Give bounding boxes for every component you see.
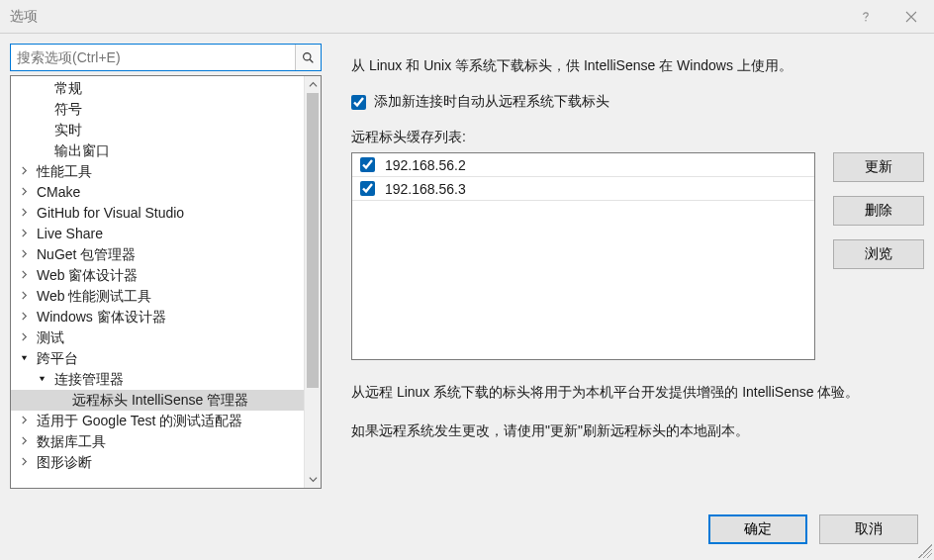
tree-item[interactable]: 常规 bbox=[11, 78, 304, 99]
window-title: 选项 bbox=[10, 8, 843, 26]
tree-item[interactable]: Live Share bbox=[11, 224, 304, 244]
right-column: 从 Linux 和 Unix 等系统下载标头，供 IntelliSense 在 … bbox=[322, 44, 924, 489]
scroll-thumb[interactable] bbox=[307, 93, 319, 388]
chevron-right-icon[interactable] bbox=[17, 452, 31, 473]
tree-item[interactable]: 数据库工具 bbox=[11, 431, 304, 452]
auto-download-label: 添加新连接时自动从远程系统下载标头 bbox=[374, 93, 609, 111]
tree-item-label: GitHub for Visual Studio bbox=[37, 203, 184, 224]
cache-item-checkbox[interactable] bbox=[360, 181, 375, 196]
search-go-button[interactable] bbox=[295, 45, 321, 70]
chevron-right-icon[interactable] bbox=[17, 307, 31, 327]
svg-point-1 bbox=[304, 52, 311, 59]
cancel-button[interactable]: 取消 bbox=[819, 514, 918, 544]
tree-item-label: 图形诊断 bbox=[37, 452, 92, 473]
tree-item-label: Web 窗体设计器 bbox=[37, 265, 138, 286]
tree-item[interactable]: 实时 bbox=[11, 120, 304, 140]
tree-item[interactable]: Web 性能测试工具 bbox=[11, 286, 304, 307]
delete-button[interactable]: 删除 bbox=[833, 196, 924, 226]
tree-item[interactable]: NuGet 包管理器 bbox=[11, 244, 304, 265]
tree-item-label: 适用于 Google Test 的测试适配器 bbox=[37, 411, 242, 431]
tree-item-label: 远程标头 IntelliSense 管理器 bbox=[72, 390, 248, 411]
browse-button[interactable]: 浏览 bbox=[833, 239, 924, 269]
panel-notes: 从远程 Linux 系统下载的标头将用于为本机平台开发提供增强的 Intelli… bbox=[351, 382, 924, 441]
tree-item-label: Windows 窗体设计器 bbox=[37, 307, 166, 327]
scroll-track[interactable] bbox=[305, 93, 321, 471]
cache-item-label: 192.168.56.3 bbox=[385, 181, 466, 197]
title-bar: 选项 bbox=[0, 0, 934, 34]
note-1: 从远程 Linux 系统下载的标头将用于为本机平台开发提供增强的 Intelli… bbox=[351, 382, 924, 403]
chevron-right-icon[interactable] bbox=[17, 411, 31, 431]
chevron-right-icon[interactable] bbox=[17, 182, 31, 203]
tree-item-label: 实时 bbox=[54, 120, 82, 140]
search-input[interactable] bbox=[11, 45, 295, 70]
tree-item-label: 连接管理器 bbox=[54, 369, 124, 390]
tree-item[interactable]: CMake bbox=[11, 182, 304, 203]
update-button[interactable]: 更新 bbox=[833, 152, 924, 182]
help-icon bbox=[860, 11, 872, 23]
chevron-right-icon[interactable] bbox=[17, 224, 31, 244]
scroll-up[interactable] bbox=[305, 76, 321, 93]
ok-button[interactable]: 确定 bbox=[708, 514, 807, 544]
tree-item-label: Live Share bbox=[37, 224, 103, 244]
search-box[interactable] bbox=[10, 44, 322, 71]
tree-item[interactable]: 符号 bbox=[11, 99, 304, 120]
close-icon bbox=[905, 11, 917, 23]
cache-list-item[interactable]: 192.168.56.2 bbox=[352, 153, 814, 177]
tree-item[interactable]: 适用于 Google Test 的测试适配器 bbox=[11, 411, 304, 431]
tree-item[interactable]: 远程标头 IntelliSense 管理器 bbox=[11, 390, 304, 411]
tree-item-label: 跨平台 bbox=[37, 348, 78, 369]
close-button[interactable] bbox=[888, 0, 934, 34]
chevron-right-icon[interactable] bbox=[17, 203, 31, 224]
tree-item-label: Web 性能测试工具 bbox=[37, 286, 151, 307]
chevron-right-icon[interactable] bbox=[17, 265, 31, 286]
chevron-right-icon[interactable] bbox=[17, 286, 31, 307]
chevron-right-icon[interactable] bbox=[17, 161, 31, 182]
tree-item[interactable]: 输出窗口 bbox=[11, 140, 304, 161]
tree-item-label: 符号 bbox=[54, 99, 82, 120]
tree-item-label: 性能工具 bbox=[37, 161, 92, 182]
left-column: 常规符号实时输出窗口性能工具CMakeGitHub for Visual Stu… bbox=[10, 44, 322, 489]
search-icon bbox=[302, 51, 315, 64]
svg-point-0 bbox=[865, 20, 867, 22]
panel-description: 从 Linux 和 Unix 等系统下载标头，供 IntelliSense 在 … bbox=[351, 57, 924, 75]
chevron-down-icon[interactable] bbox=[35, 369, 48, 390]
chevron-right-icon[interactable] bbox=[17, 244, 31, 265]
cache-side-buttons: 更新 删除 浏览 bbox=[833, 152, 924, 360]
tree-item-label: 测试 bbox=[37, 327, 64, 348]
chevron-down-icon bbox=[309, 475, 318, 484]
dialog-body: 常规符号实时输出窗口性能工具CMakeGitHub for Visual Stu… bbox=[0, 34, 934, 489]
tree-item[interactable]: 性能工具 bbox=[11, 161, 304, 182]
tree-item-label: 输出窗口 bbox=[54, 140, 110, 161]
cache-item-label: 192.168.56.2 bbox=[385, 157, 466, 173]
cache-list-row: 192.168.56.2192.168.56.3 更新 删除 浏览 bbox=[351, 152, 924, 360]
cache-item-checkbox[interactable] bbox=[360, 157, 375, 172]
tree-item-label: CMake bbox=[37, 182, 80, 203]
chevron-right-icon[interactable] bbox=[17, 327, 31, 348]
chevron-down-icon[interactable] bbox=[17, 348, 31, 369]
tree-item[interactable]: Windows 窗体设计器 bbox=[11, 307, 304, 327]
chevron-up-icon bbox=[309, 80, 318, 89]
tree-scrollbar[interactable] bbox=[304, 76, 321, 488]
tree-item[interactable]: Web 窗体设计器 bbox=[11, 265, 304, 286]
scroll-down[interactable] bbox=[305, 471, 321, 488]
cache-list-label: 远程标头缓存列表: bbox=[351, 129, 924, 146]
chevron-right-icon[interactable] bbox=[17, 431, 31, 452]
auto-download-checkbox[interactable] bbox=[351, 95, 366, 110]
tree-item[interactable]: 测试 bbox=[11, 327, 304, 348]
tree-item[interactable]: 连接管理器 bbox=[11, 369, 304, 390]
options-tree-view[interactable]: 常规符号实时输出窗口性能工具CMakeGitHub for Visual Stu… bbox=[11, 76, 304, 488]
tree-item-label: 常规 bbox=[54, 78, 82, 99]
auto-download-row[interactable]: 添加新连接时自动从远程系统下载标头 bbox=[351, 93, 924, 111]
tree-item[interactable]: 图形诊断 bbox=[11, 452, 304, 473]
tree-item-label: NuGet 包管理器 bbox=[37, 244, 136, 265]
cache-list-item[interactable]: 192.168.56.3 bbox=[352, 177, 814, 201]
cache-listbox[interactable]: 192.168.56.2192.168.56.3 bbox=[351, 152, 815, 360]
tree-item[interactable]: 跨平台 bbox=[11, 348, 304, 369]
svg-line-2 bbox=[310, 59, 313, 62]
note-2: 如果远程系统发生更改，请使用"更新"刷新远程标头的本地副本。 bbox=[351, 420, 924, 441]
tree-item[interactable]: GitHub for Visual Studio bbox=[11, 203, 304, 224]
resize-grip[interactable] bbox=[918, 544, 932, 558]
dialog-button-row: 确定 取消 bbox=[708, 514, 918, 544]
tree-item-label: 数据库工具 bbox=[37, 431, 106, 452]
help-button[interactable] bbox=[843, 0, 888, 34]
